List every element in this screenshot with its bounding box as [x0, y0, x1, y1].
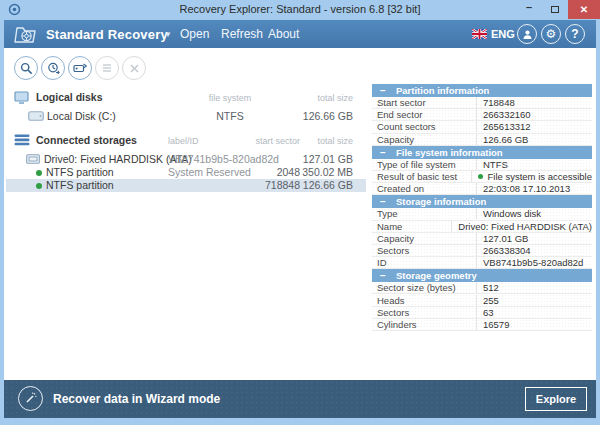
- detail-row: ID VB8741b9b5-820ad82d: [372, 257, 592, 269]
- detail-row: Sectors 63: [372, 307, 592, 319]
- list-item-partition-2-selected[interactable]: NTFS partition 718848 126.66 GB: [6, 179, 366, 192]
- detail-row: Sectors 266338304: [372, 245, 592, 257]
- wizard-mode-button[interactable]: Recover data in Wizard mode: [18, 386, 220, 411]
- main-content: › › › ›: [4, 48, 596, 380]
- explore-button[interactable]: Explore: [525, 387, 587, 411]
- status-dot-icon: [36, 170, 42, 176]
- collapse-icon[interactable]: −: [380, 85, 386, 96]
- partition-total-size: 126.66 GB: [303, 179, 353, 191]
- column-header-start-sector: start sector: [255, 136, 300, 146]
- status-dot-icon: [36, 183, 42, 189]
- column-header-total-size: total size: [317, 93, 353, 103]
- collapse-icon[interactable]: −: [380, 196, 386, 207]
- language-label: ENG: [491, 28, 515, 40]
- list-item-drive0[interactable]: Drive0: Fixed HARDDISK (ATA) VB8741b9b5-…: [6, 152, 366, 166]
- detail-row: Cylinders 16579: [372, 319, 592, 331]
- section-header-partition-information[interactable]: − Partition information: [372, 84, 592, 97]
- partition-start-sector: 718848: [265, 179, 300, 191]
- section-title: Logical disks: [36, 91, 103, 103]
- app-name: Standard Recovery: [46, 27, 168, 42]
- column-header-total-size: total size: [317, 136, 353, 146]
- collapse-icon[interactable]: −: [380, 270, 386, 281]
- section-title: Partition information: [396, 85, 489, 96]
- recent-scan-icon[interactable]: [41, 56, 65, 80]
- language-selector[interactable]: ENG: [472, 28, 515, 40]
- storage-total-size: 127.01 GB: [303, 153, 353, 165]
- detail-row: Type of file system NTFS: [372, 159, 592, 171]
- detail-row: Sector size (bytes) 512: [372, 282, 592, 294]
- collapse-icon[interactable]: −: [380, 147, 386, 158]
- user-icon: [522, 29, 533, 40]
- app-header: Standard Recovery ▼ Open Refresh About E…: [4, 20, 596, 48]
- column-header-label-id: label/ID: [168, 136, 199, 146]
- stacked-disks-icon: [14, 134, 30, 146]
- minimize-button[interactable]: –: [516, 0, 542, 19]
- detail-row: Count sectors 265613312: [372, 121, 592, 133]
- drive-icon: [28, 111, 44, 121]
- section-title: Connected storages: [36, 134, 137, 146]
- disk-total-size: 126.66 GB: [303, 110, 353, 122]
- section-header-storage-information[interactable]: − Storage information: [372, 195, 592, 208]
- scan-search-icon[interactable]: [14, 56, 38, 80]
- detail-row: Result of basic test File system is acce…: [372, 171, 592, 183]
- partition-total-size: 350.02 MB: [302, 166, 353, 178]
- menu-refresh[interactable]: Refresh: [221, 27, 263, 41]
- section-title: Storage information: [396, 196, 486, 207]
- partition-label-id: System Reserved: [168, 166, 251, 178]
- section-title: File system information: [396, 147, 503, 158]
- app-logo-icon: [12, 22, 39, 46]
- status-dot-icon: [478, 174, 483, 179]
- maximize-button[interactable]: [542, 0, 568, 19]
- help-button[interactable]: ?: [565, 24, 585, 44]
- wizard-mode-label: Recover data in Wizard mode: [53, 392, 220, 406]
- harddisk-icon: [26, 154, 40, 164]
- detail-row: Heads 255: [372, 294, 592, 306]
- fs-accessible-text: File system is accessible: [487, 171, 592, 182]
- column-header-file-system: file system: [200, 93, 260, 103]
- user-account-button[interactable]: [517, 24, 537, 44]
- detail-row: Capacity 126.66 GB: [372, 134, 592, 146]
- detail-row: Capacity 127.01 GB: [372, 233, 592, 245]
- list-item-partition-1[interactable]: NTFS partition System Reserved 2048 350.…: [6, 166, 366, 179]
- menu-about[interactable]: About: [268, 27, 299, 41]
- close-button[interactable]: ✕: [568, 0, 600, 19]
- disk-name: Local Disk (C:): [47, 110, 116, 122]
- storage-label-id: VB8741b9b5-820ad82d: [168, 153, 279, 165]
- details-panel: − Partition information Start sector 718…: [372, 84, 592, 331]
- disk-file-system: NTFS: [200, 110, 260, 122]
- task-list-icon[interactable]: [95, 56, 119, 80]
- menu-open[interactable]: Open: [180, 27, 209, 41]
- magic-wand-icon: [18, 386, 43, 411]
- connected-storages-header: Connected storages label/ID start sector…: [6, 133, 366, 149]
- partition-start-sector: 2048: [277, 166, 300, 178]
- chevron-down-icon[interactable]: ▼: [164, 30, 172, 39]
- disk-image-icon[interactable]: [68, 56, 92, 80]
- monitor-icon: [14, 91, 29, 104]
- list-item-local-disk[interactable]: Local Disk (C:) NTFS 126.66 GB: [6, 109, 366, 124]
- detail-row: Name Drive0: Fixed HARDDISK (ATA): [372, 221, 592, 233]
- gear-icon: ⚙: [546, 28, 557, 40]
- section-header-storage-geometry[interactable]: − Storage geometry: [372, 269, 592, 282]
- settings-button[interactable]: ⚙: [541, 24, 561, 44]
- detail-row: Start sector 718848: [372, 97, 592, 109]
- help-icon: ?: [571, 27, 578, 41]
- section-title: Storage geometry: [396, 270, 477, 281]
- detail-row: Type Windows disk: [372, 208, 592, 220]
- logical-disks-header: Logical disks file system total size: [6, 90, 366, 106]
- close-task-icon[interactable]: [122, 56, 146, 80]
- partition-name: NTFS partition: [46, 166, 114, 178]
- detail-row: Created on 22:03:08 17.10.2013: [372, 183, 592, 195]
- window-title: Recovery Explorer: Standard - version 6.…: [0, 3, 600, 15]
- section-header-file-system-information[interactable]: − File system information: [372, 146, 592, 159]
- footer-bar: Recover data in Wizard mode Explore: [4, 380, 596, 418]
- titlebar: Recovery Explorer: Standard - version 6.…: [0, 0, 600, 20]
- uk-flag-icon: [472, 29, 487, 39]
- detail-row: End sector 266332160: [372, 109, 592, 121]
- partition-name: NTFS partition: [46, 179, 114, 191]
